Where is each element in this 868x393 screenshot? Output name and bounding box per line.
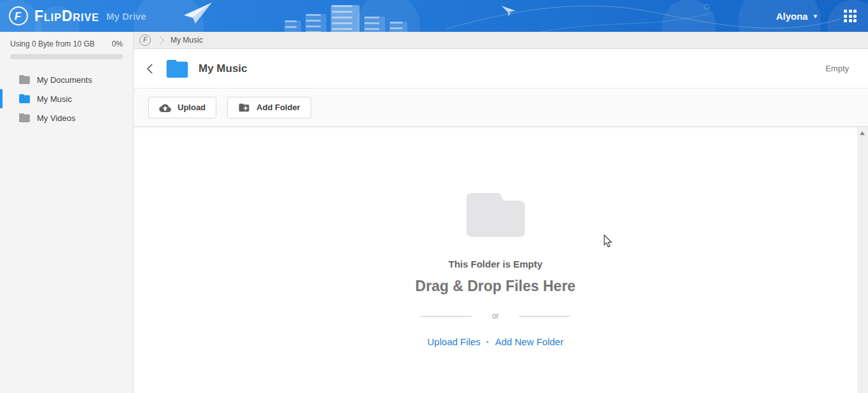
- documents-decoration: [284, 5, 407, 32]
- add-new-folder-link[interactable]: Add New Folder: [495, 336, 564, 347]
- storage-usage: Using 0 Byte from 10 GB 0%: [0, 32, 133, 59]
- document-icon: [364, 17, 385, 32]
- paper-plane-small-icon: [500, 4, 517, 17]
- document-icon: [284, 20, 301, 32]
- folder-content-area: This Folder is Empty Drag & Drop Files H…: [134, 127, 868, 393]
- or-label: or: [472, 311, 519, 320]
- divider-line: [519, 316, 570, 317]
- add-folder-button-label: Add Folder: [256, 103, 300, 112]
- breadcrumb: F My Music: [134, 32, 868, 49]
- breadcrumb-home-letter: F: [143, 37, 147, 43]
- sidebar: Using 0 Byte from 10 GB 0% My Documents …: [0, 32, 134, 393]
- usage-text: Using 0 Byte from 10 GB: [10, 39, 95, 48]
- sidebar-folder-list: My Documents My Music My Videos: [0, 70, 133, 127]
- sidebar-item-label: My Videos: [37, 113, 75, 123]
- brand-name[interactable]: FlipDrive: [34, 0, 99, 32]
- drag-drop-label: Drag & Drop Files Here: [416, 278, 576, 295]
- user-name: Alyona: [776, 11, 808, 22]
- usage-progress-bar: [10, 54, 123, 59]
- vertical-scrollbar[interactable]: [857, 127, 868, 393]
- logo-letter: F: [15, 11, 21, 22]
- document-icon: [305, 14, 326, 32]
- upload-button[interactable]: Upload: [148, 97, 216, 118]
- sidebar-item-my-videos[interactable]: My Videos: [0, 108, 133, 127]
- empty-heading: This Folder is Empty: [449, 259, 543, 269]
- document-icon: [331, 5, 360, 32]
- scrollbar-up-arrow-icon[interactable]: [860, 131, 865, 135]
- folder-icon: [19, 94, 30, 103]
- breadcrumb-current: My Music: [171, 36, 203, 45]
- folder-icon: [19, 75, 30, 84]
- page-title: My Music: [199, 62, 248, 75]
- main-panel: F My Music My Music Empty Upload Add Fol…: [134, 32, 868, 393]
- folder-icon: [19, 113, 30, 122]
- sidebar-item-label: My Music: [37, 94, 72, 104]
- or-divider: or: [421, 311, 570, 320]
- chevron-left-icon: [145, 63, 154, 75]
- paper-plane-icon: [180, 1, 213, 24]
- document-icon: [389, 22, 407, 32]
- breadcrumb-home-icon[interactable]: F: [139, 34, 151, 46]
- chevron-down-icon: ▾: [813, 12, 817, 20]
- folder-title-row: My Music Empty: [134, 49, 868, 89]
- empty-state-links: Upload Files · Add New Folder: [428, 336, 564, 347]
- empty-folder-graphic: [466, 190, 525, 237]
- app-header: F FlipDrive My Drive Alyona ▾: [0, 0, 868, 32]
- user-menu[interactable]: Alyona ▾: [776, 0, 817, 32]
- nav-my-drive[interactable]: My Drive: [106, 0, 146, 32]
- divider-line: [421, 316, 472, 317]
- upload-button-label: Upload: [178, 103, 206, 112]
- back-button[interactable]: [143, 61, 157, 77]
- sidebar-item-label: My Documents: [37, 75, 92, 85]
- apps-grid-icon[interactable]: [844, 10, 857, 22]
- link-separator: ·: [486, 336, 489, 347]
- usage-percent: 0%: [112, 39, 123, 48]
- empty-state: This Folder is Empty Drag & Drop Files H…: [134, 127, 857, 347]
- cloud-upload-icon: [159, 103, 171, 112]
- breadcrumb-separator-icon: [156, 36, 164, 45]
- sidebar-item-my-documents[interactable]: My Documents: [0, 70, 133, 89]
- add-folder-button[interactable]: Add Folder: [227, 97, 311, 118]
- status-badge: Empty: [825, 64, 849, 73]
- folder-title-icon: [166, 60, 188, 78]
- toolbar: Upload Add Folder: [134, 89, 868, 127]
- sidebar-item-my-music[interactable]: My Music: [0, 89, 133, 108]
- add-folder-icon: [238, 103, 250, 113]
- upload-files-link[interactable]: Upload Files: [428, 336, 480, 347]
- flipdrive-logo-icon[interactable]: F: [9, 6, 28, 25]
